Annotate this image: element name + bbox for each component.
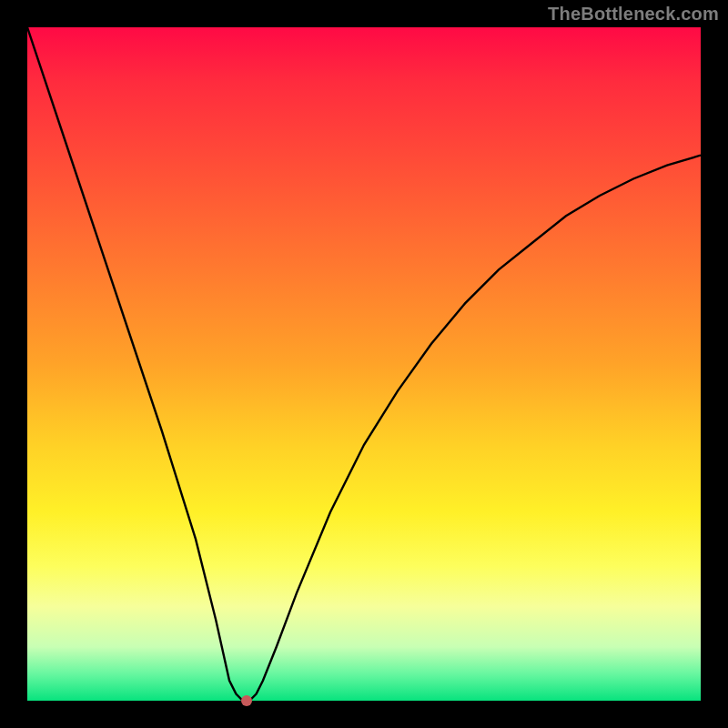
bottleneck-curve-path xyxy=(27,27,701,701)
watermark-text: TheBottleneck.com xyxy=(548,4,719,25)
chart-stage: TheBottleneck.com xyxy=(0,0,728,728)
optimum-marker-dot xyxy=(241,695,252,706)
curve-svg xyxy=(27,27,701,701)
plot-area xyxy=(27,27,701,701)
